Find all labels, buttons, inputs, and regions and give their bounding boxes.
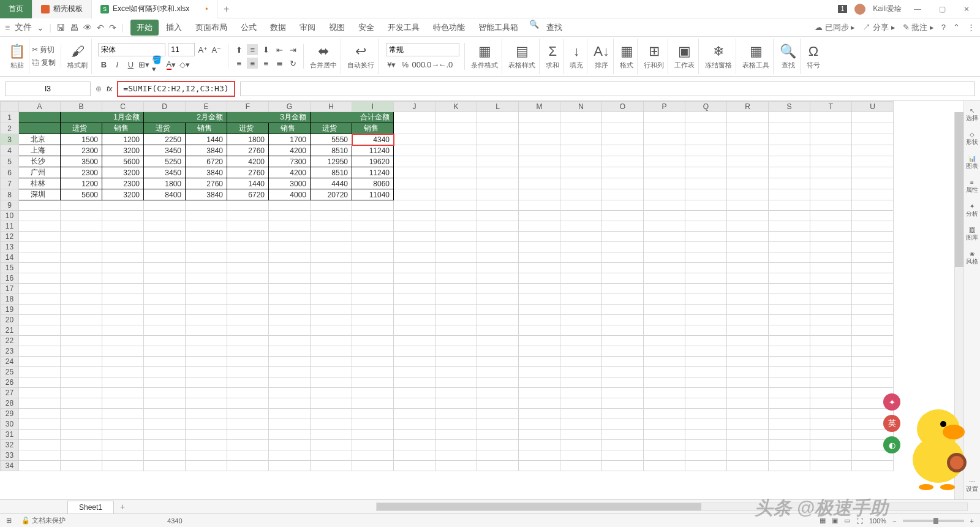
side-gallery[interactable]: 🖼图库 bbox=[966, 227, 978, 242]
cell[interactable] bbox=[102, 315, 144, 325]
cell[interactable] bbox=[727, 221, 769, 232]
cell[interactable] bbox=[602, 305, 644, 315]
cell[interactable] bbox=[519, 346, 560, 357]
menu-find[interactable]: 查找 bbox=[540, 20, 568, 36]
cell[interactable] bbox=[19, 367, 61, 377]
cell[interactable]: 3450 bbox=[144, 145, 186, 156]
cell[interactable] bbox=[602, 284, 644, 294]
row-header[interactable]: 21 bbox=[1, 325, 19, 336]
cell[interactable] bbox=[227, 409, 269, 419]
cell[interactable] bbox=[269, 232, 311, 242]
cell[interactable] bbox=[602, 430, 644, 440]
cell[interactable] bbox=[19, 252, 61, 263]
cell[interactable] bbox=[727, 357, 769, 367]
add-tab-button[interactable]: + bbox=[217, 4, 236, 15]
cell[interactable]: 11240 bbox=[352, 167, 394, 178]
cell[interactable] bbox=[852, 305, 894, 315]
cell[interactable] bbox=[186, 336, 227, 346]
cell[interactable] bbox=[394, 273, 435, 284]
cell[interactable] bbox=[519, 242, 560, 252]
cell[interactable] bbox=[394, 263, 435, 273]
row-header[interactable]: 18 bbox=[1, 294, 19, 305]
cell[interactable] bbox=[102, 419, 144, 430]
cell[interactable] bbox=[186, 273, 227, 284]
cell[interactable] bbox=[269, 409, 311, 419]
cell[interactable] bbox=[61, 294, 102, 305]
cell[interactable] bbox=[144, 430, 186, 440]
cell[interactable] bbox=[727, 450, 769, 461]
cell[interactable] bbox=[560, 252, 602, 263]
cell[interactable] bbox=[394, 284, 435, 294]
cell[interactable] bbox=[727, 336, 769, 346]
cell[interactable] bbox=[394, 232, 435, 242]
cell[interactable] bbox=[435, 315, 477, 325]
cell[interactable] bbox=[269, 398, 311, 409]
cell[interactable] bbox=[435, 377, 477, 388]
cell[interactable] bbox=[769, 336, 810, 346]
cell[interactable]: 4200 bbox=[227, 156, 269, 167]
cell[interactable] bbox=[227, 346, 269, 357]
fill-icon[interactable]: ↓ bbox=[573, 44, 580, 59]
cell[interactable] bbox=[852, 252, 894, 263]
cell[interactable] bbox=[435, 252, 477, 263]
currency-icon[interactable]: ¥▾ bbox=[386, 59, 397, 70]
cell[interactable]: 8510 bbox=[311, 167, 352, 178]
cut-button[interactable]: ✂ 剪切 bbox=[32, 45, 56, 55]
cell[interactable] bbox=[61, 252, 102, 263]
cell[interactable] bbox=[352, 221, 394, 232]
cell[interactable]: 3200 bbox=[102, 189, 144, 200]
cell[interactable] bbox=[19, 200, 61, 211]
dec-inc-icon[interactable]: .0→ bbox=[426, 59, 437, 70]
cell[interactable] bbox=[519, 284, 560, 294]
wrap-icon[interactable]: ↩ bbox=[355, 44, 366, 59]
cell[interactable] bbox=[810, 430, 852, 440]
col-header[interactable]: L bbox=[477, 102, 519, 112]
name-box[interactable] bbox=[5, 82, 91, 96]
cell[interactable] bbox=[852, 263, 894, 273]
cell[interactable] bbox=[227, 221, 269, 232]
bold-icon[interactable]: B bbox=[98, 59, 109, 70]
cell[interactable] bbox=[644, 263, 685, 273]
collapse-icon[interactable]: ⌃ bbox=[953, 23, 960, 32]
file-menu[interactable]: 文件 bbox=[15, 22, 32, 33]
col-header[interactable]: S bbox=[769, 102, 810, 112]
cell[interactable] bbox=[102, 357, 144, 367]
cell[interactable] bbox=[560, 409, 602, 419]
font-select[interactable] bbox=[98, 43, 165, 56]
row-header[interactable]: 4 bbox=[1, 145, 19, 156]
cell[interactable] bbox=[852, 367, 894, 377]
col-header[interactable]: J bbox=[394, 102, 435, 112]
cell[interactable] bbox=[685, 200, 727, 211]
cell[interactable] bbox=[19, 440, 61, 450]
cell[interactable] bbox=[769, 409, 810, 419]
cell[interactable] bbox=[269, 336, 311, 346]
cell[interactable] bbox=[477, 346, 519, 357]
cell[interactable] bbox=[602, 461, 644, 471]
cell[interactable] bbox=[311, 409, 352, 419]
cell[interactable] bbox=[269, 294, 311, 305]
save-icon[interactable]: 🖫 bbox=[56, 23, 65, 32]
cell[interactable] bbox=[102, 325, 144, 336]
col-header[interactable]: A bbox=[19, 102, 61, 112]
cell[interactable] bbox=[644, 325, 685, 336]
fullscreen-icon[interactable]: ⛶ bbox=[856, 517, 863, 525]
cell[interactable] bbox=[144, 252, 186, 263]
cell[interactable] bbox=[727, 263, 769, 273]
tab-template[interactable]: 稻壳模板 bbox=[32, 0, 92, 18]
cell[interactable] bbox=[435, 430, 477, 440]
cell[interactable] bbox=[227, 315, 269, 325]
cell[interactable] bbox=[352, 242, 394, 252]
cell[interactable] bbox=[311, 450, 352, 461]
cell[interactable] bbox=[685, 221, 727, 232]
tblstyle-icon[interactable]: ▤ bbox=[516, 44, 529, 59]
cell[interactable]: 5250 bbox=[144, 156, 186, 167]
cell[interactable] bbox=[560, 461, 602, 471]
cell[interactable] bbox=[602, 346, 644, 357]
col-header[interactable]: U bbox=[852, 102, 894, 112]
cell[interactable]: 12950 bbox=[311, 156, 352, 167]
cell[interactable] bbox=[685, 409, 727, 419]
cell[interactable] bbox=[727, 232, 769, 242]
cell[interactable] bbox=[560, 211, 602, 221]
cell[interactable] bbox=[852, 200, 894, 211]
cell[interactable] bbox=[769, 263, 810, 273]
